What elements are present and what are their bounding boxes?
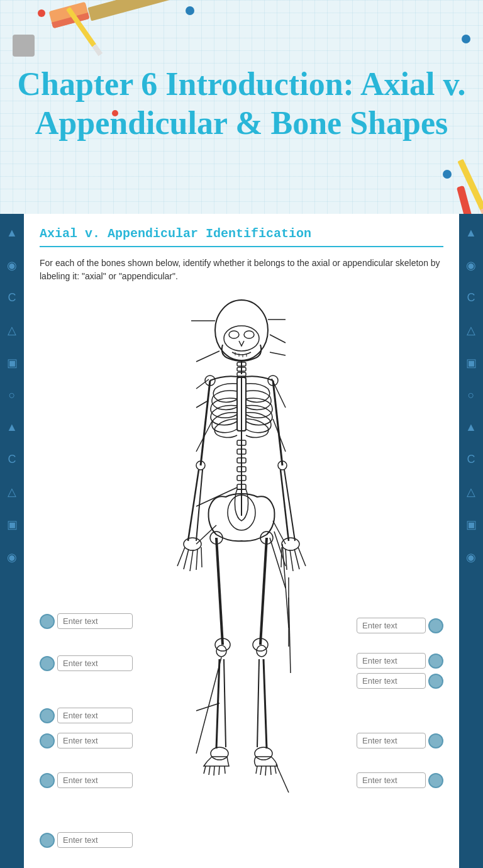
svg-line-87 (276, 764, 289, 793)
svg-line-68 (196, 351, 219, 362)
right-sidebar: ▲ ◉ C △ ▣ ○ ▲ C △ ▣ ◉ (459, 214, 483, 868)
label-field-l3 (40, 708, 133, 723)
svg-point-30 (184, 538, 201, 550)
input-r3[interactable] (357, 673, 426, 689)
svg-point-1 (224, 326, 259, 351)
svg-line-46 (260, 538, 267, 645)
left-sidebar-content: ▲ ◉ C △ ▣ ○ ▲ C △ ▣ ◉ (0, 214, 24, 564)
sidebar-icon-square2: ▣ (7, 518, 18, 531)
decorative-dot (186, 6, 194, 15)
svg-line-73 (196, 525, 216, 544)
skeleton-svg (153, 296, 330, 849)
section-title: Axial v. Appendicular Identification (40, 226, 443, 241)
svg-line-31 (177, 547, 185, 566)
sidebar-r-icon-triangle4: △ (467, 485, 475, 499)
main-content: Axial v. Appendicular Identification For… (24, 214, 459, 868)
label-field-l2 (40, 655, 133, 671)
svg-line-64 (265, 766, 266, 776)
svg-line-62 (256, 766, 257, 774)
sidebar-r-icon-c2: C (467, 453, 475, 466)
svg-line-77 (270, 335, 286, 343)
svg-line-63 (260, 766, 262, 775)
sidebar-r-icon-triangle2: △ (467, 323, 475, 337)
input-r5[interactable] (357, 772, 426, 788)
svg-line-54 (257, 659, 259, 747)
input-l4[interactable] (57, 733, 133, 748)
svg-line-38 (294, 549, 299, 569)
sidebar-r-icon-triangle3: ▲ (465, 421, 477, 434)
svg-line-33 (190, 550, 193, 571)
svg-line-29 (284, 470, 295, 541)
svg-point-36 (282, 538, 299, 550)
section-divider (40, 246, 443, 247)
field-circle-l2[interactable] (40, 656, 55, 671)
svg-line-34 (196, 549, 197, 570)
field-circle-r5[interactable] (428, 773, 443, 788)
input-r4[interactable] (357, 733, 426, 748)
sidebar-icon-triangle2: △ (8, 323, 16, 337)
sidebar-icon-square: ▣ (7, 356, 18, 370)
label-field-r5 (357, 772, 443, 788)
sidebar-icon-c: C (8, 291, 16, 304)
label-field-r3 (357, 673, 443, 689)
input-l3[interactable] (57, 708, 133, 723)
left-sidebar: ▲ ◉ C △ ▣ ○ ▲ C △ ▣ ◉ (0, 214, 24, 868)
sidebar-r-icon-c: C (467, 291, 475, 304)
svg-point-2 (229, 331, 239, 338)
right-sidebar-content: ▲ ◉ C △ ▣ ○ ▲ C △ ▣ ◉ (459, 214, 483, 564)
sharpener-decoration (13, 35, 35, 57)
field-circle-l5[interactable] (40, 773, 55, 788)
svg-line-60 (225, 766, 225, 774)
input-l1[interactable] (57, 613, 133, 629)
svg-line-80 (273, 419, 286, 452)
svg-line-59 (219, 766, 219, 775)
label-field-r2 (357, 653, 443, 669)
svg-point-61 (255, 747, 272, 760)
svg-line-58 (214, 766, 214, 776)
field-circle-r1[interactable] (428, 618, 443, 633)
ruler-decoration (87, 0, 170, 21)
input-l5[interactable] (57, 772, 133, 788)
svg-line-41 (281, 547, 282, 567)
label-field-r1 (357, 618, 443, 633)
input-l2[interactable] (57, 655, 133, 671)
sidebar-r-icon-triangle: ▲ (465, 226, 477, 240)
field-circle-l4[interactable] (40, 733, 55, 748)
svg-line-39 (290, 550, 293, 571)
sidebar-icon-triangle4: △ (8, 485, 16, 499)
svg-line-56 (204, 766, 206, 774)
sidebar-r-icon-square: ▣ (466, 356, 477, 370)
sidebar-r-icon-circle3: ◉ (466, 550, 476, 564)
sidebar-icon-circle2: ○ (9, 389, 16, 402)
svg-line-65 (270, 766, 271, 775)
svg-line-32 (184, 549, 189, 569)
skeleton-image (153, 296, 330, 849)
page-title: Chapter 6 Introduction: Axial v. Appendi… (13, 65, 470, 143)
field-circle-l3[interactable] (40, 708, 55, 723)
field-circle-r3[interactable] (428, 674, 443, 689)
input-r1[interactable] (357, 618, 426, 633)
decorative-dot (443, 170, 452, 179)
input-l6[interactable] (57, 832, 133, 848)
field-circle-l1[interactable] (40, 614, 55, 629)
field-circle-l6[interactable] (40, 833, 55, 848)
sidebar-icon-circle: ◉ (7, 259, 17, 272)
label-field-r4 (357, 733, 443, 748)
skeleton-area (40, 296, 443, 862)
decorative-dot (462, 35, 470, 43)
svg-point-55 (211, 747, 228, 760)
field-circle-r2[interactable] (428, 654, 443, 669)
label-field-l6 (40, 832, 133, 848)
label-field-l5 (40, 772, 133, 788)
svg-line-52 (224, 659, 226, 747)
sidebar-icon-triangle3: ▲ (6, 421, 18, 434)
field-circle-r4[interactable] (428, 733, 443, 748)
svg-line-83 (270, 538, 286, 588)
svg-line-78 (270, 352, 286, 355)
svg-line-28 (280, 470, 289, 541)
input-r2[interactable] (357, 653, 426, 669)
svg-point-3 (244, 331, 254, 338)
sidebar-r-icon-square2: ▣ (466, 518, 477, 531)
svg-line-70 (196, 401, 207, 408)
svg-line-66 (275, 766, 276, 774)
